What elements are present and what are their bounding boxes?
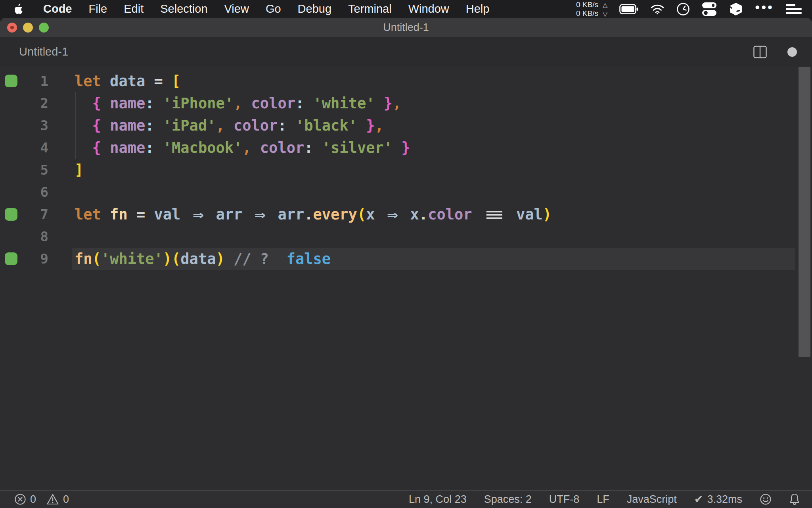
code-line-1[interactable]: 1let data = [ (0, 70, 812, 92)
editor-window: Untitled-1 Untitled-1 1let data = [2 { n… (0, 18, 812, 508)
language-mode[interactable]: JavaScript (627, 493, 677, 506)
warning-icon (46, 493, 59, 505)
code-editor[interactable]: 1let data = [2 { name: 'iPhone', color: … (0, 67, 812, 490)
check-icon: ✔ (694, 493, 703, 506)
indent-guide (75, 92, 76, 159)
zoom-button[interactable] (39, 23, 49, 33)
line-number: 4 (22, 140, 48, 156)
unsaved-indicator-dot[interactable] (787, 47, 797, 57)
vertical-scrollbar[interactable] (799, 67, 810, 357)
tab-bar: Untitled-1 (0, 37, 812, 67)
error-icon (14, 493, 26, 505)
quokka-time: 3.32ms (707, 493, 742, 506)
code-text: ] (75, 162, 83, 179)
quokka-coverage-icon (5, 252, 17, 265)
code-text: let data = [ (75, 73, 180, 90)
code-text: { name: 'Macbook', color: 'silver' } (75, 139, 410, 156)
macos-menu-bar: Code FileEditSelectionViewGoDebugTermina… (0, 0, 812, 18)
network-speed-indicator[interactable]: 0 KB/s △ 0 KB/s ▽ (576, 0, 607, 18)
code-text: fn('white')(data) // ? false (75, 250, 331, 267)
tab-untitled-1[interactable]: Untitled-1 (0, 45, 68, 58)
quokka-coverage-icon (5, 208, 17, 221)
line-number: 6 (22, 184, 48, 200)
battery-icon[interactable] (619, 4, 638, 14)
error-count: 0 (30, 493, 36, 506)
window-title-bar: Untitled-1 (0, 18, 812, 37)
list-icon[interactable] (786, 3, 802, 15)
code-line-4[interactable]: 4 { name: 'Macbook', color: 'silver' } (0, 137, 812, 159)
code-lines: 1let data = [2 { name: 'iPhone', color: … (0, 70, 812, 270)
eol-setting[interactable]: LF (597, 493, 609, 506)
line-number: 5 (22, 162, 48, 178)
code-text: let fn = val ⇒ arr ⇒ arr.every(x ⇒ x.col… (75, 206, 552, 223)
split-editor-button[interactable] (753, 46, 767, 58)
code-line-2[interactable]: 2 { name: 'iPhone', color: 'white' }, (0, 92, 812, 114)
code-text: { name: 'iPhone', color: 'white' }, (75, 95, 401, 112)
coverage-gutter (0, 208, 22, 221)
down-triangle-icon: ▽ (600, 10, 607, 18)
code-line-3[interactable]: 3 { name: 'iPad', color: 'black' }, (0, 114, 812, 137)
window-title: Untitled-1 (383, 21, 429, 34)
ellipsis-icon[interactable]: ••• (755, 3, 774, 15)
cube-app-icon[interactable] (729, 2, 743, 16)
minimize-button[interactable] (23, 23, 33, 33)
apple-menu-icon[interactable] (13, 3, 24, 15)
notifications-bell-button[interactable] (789, 493, 800, 506)
menu-item-help[interactable]: Help (458, 2, 498, 15)
code-line-7[interactable]: 7let fn = val ⇒ arr ⇒ arr.every(x ⇒ x.co… (0, 203, 812, 225)
menu-item-app[interactable]: Code (35, 2, 80, 15)
coverage-gutter (0, 252, 22, 265)
menu-item-window[interactable]: Window (400, 2, 458, 15)
status-bar: 0 0 Ln 9, Col 23 Spaces: 2 UTF-8 LF Java… (0, 490, 812, 508)
code-line-9[interactable]: 9fn('white')(data) // ? false (0, 248, 812, 270)
toggles-icon[interactable] (702, 2, 717, 16)
smiley-icon (760, 493, 772, 505)
clock-icon[interactable] (676, 2, 690, 16)
menu-item-debug[interactable]: Debug (289, 2, 340, 15)
line-number: 8 (22, 229, 48, 244)
up-triangle-icon: △ (600, 1, 607, 9)
line-number: 9 (22, 251, 48, 267)
menu-items: FileEditSelectionViewGoDebugTerminalWind… (80, 2, 498, 15)
menu-item-edit[interactable]: Edit (115, 2, 152, 15)
problems-warnings[interactable]: 0 (46, 493, 69, 506)
encoding-setting[interactable]: UTF-8 (549, 493, 580, 506)
code-line-6[interactable]: 6 (0, 181, 812, 203)
unsaved-dot-icon (10, 26, 14, 29)
wifi-icon[interactable] (650, 4, 665, 15)
menu-item-file[interactable]: File (80, 2, 116, 15)
quokka-status[interactable]: ✔ 3.32ms (694, 493, 742, 506)
close-button[interactable] (7, 23, 17, 33)
menu-item-terminal[interactable]: Terminal (340, 2, 400, 15)
menu-item-selection[interactable]: Selection (152, 2, 216, 15)
warning-count: 0 (63, 493, 69, 506)
line-number: 3 (22, 117, 48, 133)
code-line-5[interactable]: 5] (0, 159, 812, 181)
menu-item-go[interactable]: Go (257, 2, 289, 15)
problems-errors[interactable]: 0 (14, 493, 36, 506)
line-number: 2 (22, 95, 48, 111)
code-text: { name: 'iPad', color: 'black' }, (75, 117, 384, 134)
feedback-smiley-button[interactable] (760, 493, 772, 505)
cursor-position[interactable]: Ln 9, Col 23 (409, 493, 467, 506)
line-number: 1 (22, 73, 48, 89)
menu-item-view[interactable]: View (216, 2, 257, 15)
indentation-setting[interactable]: Spaces: 2 (484, 493, 532, 506)
line-number: 7 (22, 206, 48, 222)
code-line-8[interactable]: 8 (0, 225, 812, 248)
quokka-coverage-icon (5, 75, 17, 87)
coverage-gutter (0, 75, 22, 87)
bell-icon (789, 493, 800, 506)
